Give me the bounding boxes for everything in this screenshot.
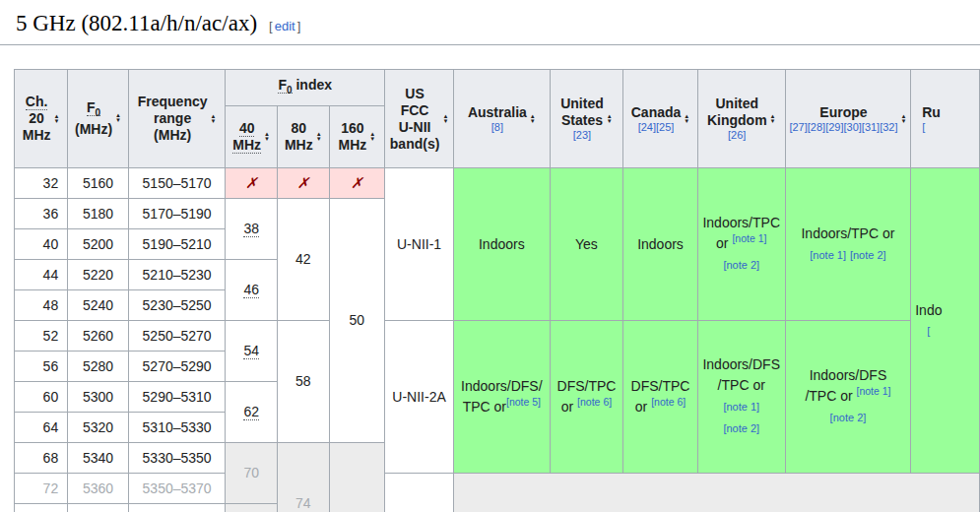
- note-link[interactable]: [note 2]: [723, 422, 759, 434]
- unii-band-cell: U-NII-2A: [385, 321, 454, 474]
- f0-cell: 5300: [68, 382, 129, 413]
- reference-link[interactable]: [26]: [707, 129, 767, 142]
- f0-cell: 5240: [68, 290, 129, 321]
- not-allowed-cell: ✗: [329, 168, 384, 199]
- range-cell: 5310–5330: [128, 413, 225, 443]
- f0-index-160-cell: 50: [329, 199, 384, 443]
- note-link[interactable]: [note 6]: [577, 396, 612, 408]
- united-states-cell: Yes: [550, 168, 623, 321]
- col-header-canada[interactable]: Canada [24][25] ▲▼: [623, 70, 697, 168]
- range-cell: 5170–5190: [128, 199, 225, 229]
- f0-index-40-cell: 38: [226, 199, 278, 260]
- f0-cell: 5340: [68, 443, 129, 474]
- channel-cell: 76: [15, 504, 68, 512]
- not-allowed-cell: ✗: [277, 168, 329, 199]
- sort-icon[interactable]: ▲▼: [901, 114, 907, 124]
- section-heading: 5 GHz (802.11a/h/n/ac/ax)[edit]: [0, 0, 980, 45]
- channel-cell: 36: [15, 199, 68, 229]
- x-mark-icon: ✗: [245, 174, 258, 191]
- f0-cell: 5260: [68, 321, 129, 352]
- reference-link[interactable]: [24][25]: [631, 121, 682, 134]
- col-header-australia[interactable]: Australia [8] ▲▼: [454, 70, 551, 168]
- note-link[interactable]: [note 2]: [830, 412, 867, 423]
- note-link[interactable]: [note 2]: [850, 249, 886, 261]
- russia-cell-clipped: Indo [: [911, 168, 980, 474]
- f0-index-160-cell-na: [329, 443, 384, 512]
- sort-icon[interactable]: ▲▼: [264, 132, 270, 142]
- channel-cell: 40: [15, 229, 68, 260]
- sort-icon[interactable]: ▲▼: [442, 114, 448, 124]
- note-link[interactable]: [note 1]: [723, 401, 759, 413]
- col-header-80mhz[interactable]: 80 MHz ▲▼: [277, 106, 329, 168]
- col-header-160mhz[interactable]: 160 MHz ▲▼: [329, 106, 384, 168]
- channel-cell: 32: [15, 168, 68, 199]
- reference-link[interactable]: [8]: [468, 121, 527, 134]
- channel-cell: 44: [15, 260, 68, 290]
- unii-band-cell-empty: [385, 474, 454, 512]
- range-cell: 5210–5230: [128, 260, 225, 290]
- sort-icon[interactable]: ▲▼: [316, 132, 322, 142]
- col-header-united-kingdom[interactable]: United Kingdom [26] ▲▼: [697, 70, 785, 168]
- reference-link[interactable]: [27][28][29][30][31][32]: [789, 121, 897, 134]
- f0-index-80-cell: 42: [277, 199, 329, 321]
- sort-icon[interactable]: ▲▼: [684, 114, 689, 124]
- col-header-europe[interactable]: Europe [27][28][29][30][31][32] ▲▼: [785, 70, 910, 168]
- f0-cell: 5180: [68, 199, 129, 229]
- f0-index-40-cell: 46: [226, 260, 278, 321]
- australia-cell: Indoors/DFS/ TPC or[note 5]: [454, 321, 551, 474]
- range-cell: 5350–5370: [128, 474, 225, 504]
- range-cell: 5270–5290: [128, 352, 225, 382]
- sort-icon[interactable]: ▲▼: [115, 113, 121, 123]
- col-header-russia-clipped[interactable]: Ru [: [911, 70, 980, 168]
- section-title: 5 GHz (802.11a/h/n/ac/ax): [16, 11, 257, 35]
- united-kingdom-cell: Indoors/DFS /TPC or [note 1] [note 2]: [697, 321, 785, 474]
- f0-cell: 5360: [68, 474, 129, 504]
- countries-na-cell: [454, 474, 980, 512]
- note-link[interactable]: [note 2]: [723, 259, 759, 271]
- canada-cell: DFS/TPC or [note 6]: [623, 321, 697, 474]
- note-link[interactable]: [note 5]: [506, 396, 541, 408]
- not-allowed-cell: ✗: [226, 168, 278, 199]
- note-link[interactable]: [note 1]: [857, 385, 891, 397]
- f0-cell: 5220: [68, 260, 129, 290]
- x-mark-icon: ✗: [297, 174, 310, 191]
- range-cell: 5230–5250: [128, 290, 225, 321]
- sort-icon[interactable]: ▲▼: [369, 132, 375, 142]
- f0-index-40-cell: 54: [226, 321, 278, 382]
- sort-icon[interactable]: ▲▼: [770, 114, 776, 124]
- united-kingdom-cell: Indoors/TPC or [note 1] [note 2]: [697, 168, 785, 321]
- sort-icon[interactable]: ▲▼: [607, 114, 613, 124]
- range-cell: 5370–5390: [128, 504, 225, 512]
- sort-icon[interactable]: ▲▼: [54, 114, 60, 124]
- channel-cell: 48: [15, 290, 68, 321]
- sort-icon[interactable]: ▲▼: [211, 114, 217, 124]
- unii-band-cell: U-NII-1: [385, 168, 454, 321]
- reference-link[interactable]: [23]: [560, 129, 604, 142]
- united-states-cell: DFS/TPC or [note 6]: [550, 321, 623, 474]
- f0-cell: 5200: [68, 229, 129, 260]
- f0-index-80-cell-na: 74: [277, 443, 329, 512]
- range-cell: 5150–5170: [128, 168, 225, 199]
- channel-cell: 64: [15, 413, 68, 443]
- col-header-f0[interactable]: F0 (MHz) ▲▼: [68, 70, 129, 168]
- table-row: 72 5360 5350–5370: [15, 474, 980, 504]
- col-header-united-states[interactable]: United States [23] ▲▼: [550, 70, 623, 168]
- range-cell: 5290–5310: [128, 382, 225, 413]
- reference-link[interactable]: [: [922, 121, 976, 134]
- range-cell: 5250–5270: [128, 321, 225, 352]
- col-header-frequency-range[interactable]: Frequency range (MHz) ▲▼: [128, 70, 225, 168]
- edit-bracket-close: ]: [297, 19, 301, 33]
- f0-cell: 5160: [68, 168, 129, 199]
- col-header-channel[interactable]: Ch. 20 MHz ▲▼: [15, 70, 68, 168]
- table-row: 52 5260 5250–5270 54 58 U-NII-2A Indoors…: [15, 321, 980, 352]
- col-header-40mhz[interactable]: 40 MHz ▲▼: [226, 106, 278, 168]
- note-link[interactable]: [: [915, 321, 976, 342]
- note-link[interactable]: [note 1]: [732, 232, 766, 244]
- sort-icon[interactable]: ▲▼: [530, 114, 536, 124]
- note-link[interactable]: [note 1]: [810, 249, 846, 261]
- note-link[interactable]: [note 6]: [651, 396, 686, 408]
- edit-link[interactable]: edit: [273, 19, 297, 33]
- canada-cell: Indoors: [623, 168, 697, 321]
- col-header-unii-band[interactable]: US FCC U-NII band(s) ▲▼: [385, 70, 454, 168]
- europe-cell: Indoors/DFS /TPC or [note 1] [note 2]: [785, 321, 910, 474]
